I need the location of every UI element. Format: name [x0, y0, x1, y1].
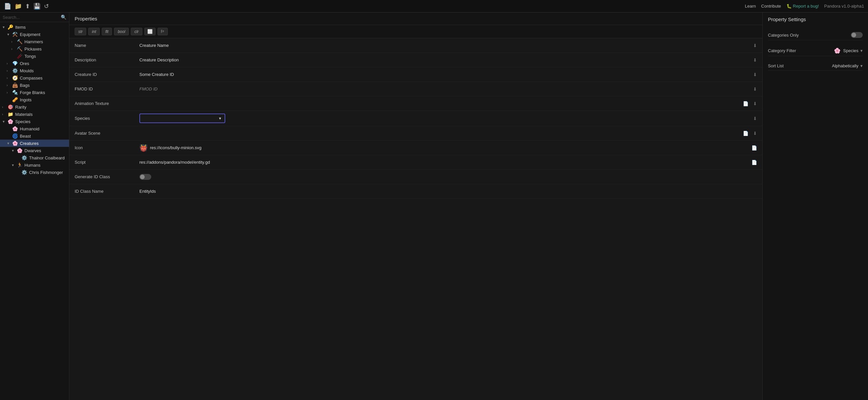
categories-only-toggle[interactable]: [851, 32, 863, 38]
main-layout: 🔍 ▼🔑Items▼⚒️Equipment›🔨Hammers›⛏️Pickaxe…: [0, 12, 868, 400]
sidebar-item-humans[interactable]: ▼🏃Humans: [0, 161, 69, 169]
prop-download-button-1[interactable]: ⬇: [752, 57, 758, 63]
tree-label-pickaxes: Pickaxes: [25, 46, 42, 52]
type-clr-button[interactable]: clr: [131, 28, 142, 35]
prop-file-button-6[interactable]: 📄: [742, 130, 750, 137]
undo-icon[interactable]: ↺: [44, 3, 49, 10]
prop-actions-7: 📄: [746, 144, 762, 151]
prop-row-8: Scriptres://addons/pandora/model/entity.…: [69, 155, 762, 170]
tree-label-humanoid: Humanoid: [20, 126, 39, 131]
contribute-link[interactable]: Contribute: [761, 4, 781, 8]
prop-file-button-4[interactable]: 📄: [742, 100, 750, 107]
prop-download-button-2[interactable]: ⬇: [752, 71, 758, 78]
tree-arrow-creatures: ▼: [7, 142, 11, 145]
prop-download-button-6[interactable]: ⬇: [752, 130, 758, 137]
version-label: Pandora v1.0-alpha1: [824, 4, 864, 8]
type-flag-button[interactable]: 🏳: [158, 28, 168, 35]
learn-link[interactable]: Learn: [745, 4, 756, 8]
prop-name-0: Name: [69, 40, 135, 51]
prop-name-1: Description: [69, 55, 135, 65]
sidebar-item-forge-blanks[interactable]: ›🔩Forge Blanks: [0, 89, 69, 96]
sidebar-item-thalnor[interactable]: ⚙️Thalnor Coalbeard: [0, 154, 69, 161]
sort-list-row: Sort List Alphabetically ▾: [768, 61, 863, 71]
sidebar-item-ingots[interactable]: 🥜Ingots: [0, 96, 69, 103]
prop-toggle-9[interactable]: [140, 174, 151, 180]
sidebar-item-beast[interactable]: 🌀Beast: [0, 132, 69, 140]
icon-path-7: res://icons/bully-minion.svg: [150, 145, 202, 150]
sidebar-item-dwarves[interactable]: ▼🌸Dwarves: [0, 147, 69, 154]
type-flt-button[interactable]: flt: [102, 28, 112, 35]
sidebar-item-ores[interactable]: ›💎Ores: [0, 60, 69, 67]
tree-emoji-bags: 👜: [12, 82, 18, 88]
category-filter-label: Category Filter: [768, 48, 796, 53]
prop-name-6: Avatar Scene: [69, 128, 135, 138]
topbar-left: 📄 📁 ⬆ 💾 ↺: [4, 3, 49, 10]
sidebar-item-bags[interactable]: ›👜Bags: [0, 81, 69, 89]
sidebar-item-creatures[interactable]: ▼🌸Creatures: [0, 140, 69, 147]
search-input[interactable]: [3, 15, 59, 20]
sort-list-dropdown[interactable]: Alphabetically ▾: [832, 63, 863, 68]
prop-name-2: Creature ID: [69, 69, 135, 79]
sidebar-item-items[interactable]: ▼🔑Items: [0, 24, 69, 31]
upload-icon[interactable]: ⬆: [25, 3, 30, 10]
type-str-button[interactable]: str: [75, 28, 86, 35]
tree-label-rarity: Rarity: [15, 105, 26, 109]
prop-actions-3: ⬇: [748, 86, 762, 92]
properties-panel: Properties str int flt bool clr ⬜ 🏳 Name…: [69, 12, 762, 400]
prop-value-6: [135, 131, 738, 136]
sidebar-item-compasses[interactable]: ›🧭Compasses: [0, 74, 69, 81]
tree-emoji-hammers: 🔨: [17, 39, 23, 44]
prop-value-5: ▾: [135, 111, 748, 126]
tree-arrow-hammers: ›: [11, 40, 16, 43]
sidebar-item-chris[interactable]: ⚙️Chris Fishmonger: [0, 169, 69, 176]
prop-row-6: Avatar Scene📄⬇: [69, 126, 762, 141]
tree-arrow-materials: ›: [2, 112, 7, 116]
prop-file-button-7[interactable]: 📄: [750, 144, 758, 151]
sidebar-item-rarity[interactable]: ›🎯Rarity: [0, 103, 69, 110]
type-bool-button[interactable]: bool: [114, 28, 129, 35]
tree-arrow-dwarves: ▼: [11, 149, 16, 153]
sidebar-item-pickaxes[interactable]: ›⛏️Pickaxes: [0, 45, 69, 53]
tree-label-ores: Ores: [20, 61, 29, 66]
sort-list-value: Alphabetically ▾: [832, 63, 863, 68]
categories-only-row: Categories Only: [768, 30, 863, 40]
type-int-button[interactable]: int: [88, 28, 100, 35]
prop-file-button-8[interactable]: 📄: [750, 159, 758, 166]
open-folder-icon[interactable]: 📁: [14, 3, 22, 10]
save-icon[interactable]: 💾: [33, 3, 41, 10]
sidebar-item-moulds[interactable]: ›⚙️Moulds: [0, 67, 69, 74]
prop-value-1: Creature Description: [135, 55, 748, 65]
new-file-icon[interactable]: 📄: [4, 3, 11, 10]
prop-download-button-4[interactable]: ⬇: [752, 100, 758, 107]
tree-emoji-pickaxes: ⛏️: [17, 46, 23, 52]
sort-list-label: Sort List: [768, 63, 784, 68]
prop-row-1: DescriptionCreature Description⬇: [69, 53, 762, 67]
prop-row-5: Species▾⬇: [69, 111, 762, 126]
prop-row-4: Animation Texture📄⬇: [69, 96, 762, 111]
sidebar-item-humanoid[interactable]: 🌸Humanoid: [0, 125, 69, 132]
prop-download-button-3[interactable]: ⬇: [752, 86, 758, 92]
tree: ▼🔑Items▼⚒️Equipment›🔨Hammers›⛏️Pickaxes🥢…: [0, 22, 69, 400]
tree-label-materials: Materials: [15, 112, 33, 117]
topbar-right: Learn Contribute 🐛 Report a bug! Pandora…: [745, 4, 864, 8]
prop-actions-5: ⬇: [748, 115, 762, 122]
category-filter-dropdown[interactable]: Species ▾: [843, 48, 863, 53]
search-icon[interactable]: 🔍: [61, 14, 66, 20]
sidebar-item-species[interactable]: ▼🌸Species: [0, 118, 69, 125]
sidebar-item-hammers[interactable]: ›🔨Hammers: [0, 38, 69, 45]
tree-label-items: Items: [15, 25, 26, 30]
prop-row-2: Creature IDSome Creature ID⬇: [69, 67, 762, 82]
tree-emoji-beast: 🌀: [12, 133, 18, 139]
species-dropdown[interactable]: ▾: [140, 113, 225, 123]
sort-list-chevron: ▾: [860, 63, 863, 68]
category-filter-value: 🌸 Species ▾: [834, 47, 863, 54]
prop-download-button-0[interactable]: ⬇: [752, 42, 758, 49]
sidebar-item-equipment[interactable]: ▼⚒️Equipment: [0, 31, 69, 38]
type-box-button[interactable]: ⬜: [144, 28, 156, 35]
tree-emoji-dwarves: 🌸: [17, 148, 23, 153]
sidebar-item-materials[interactable]: ›📁Materials: [0, 110, 69, 118]
prop-download-button-5[interactable]: ⬇: [752, 115, 758, 122]
prop-row-9: Generate ID Class: [69, 170, 762, 184]
bug-report-link[interactable]: 🐛 Report a bug!: [786, 4, 819, 8]
sidebar-item-tongs[interactable]: 🥢Tongs: [0, 53, 69, 60]
